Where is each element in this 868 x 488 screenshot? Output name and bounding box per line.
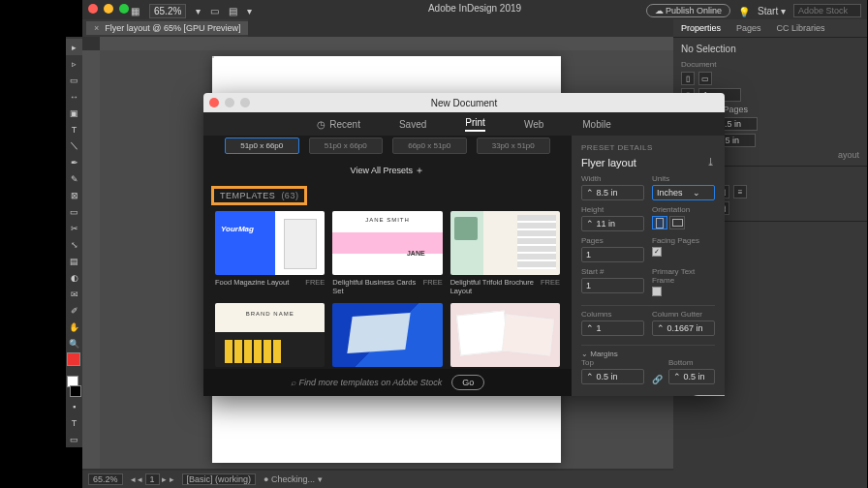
facing-pages-checkbox[interactable] [652,247,662,257]
default-colors-icon[interactable] [66,375,82,398]
template-card[interactable]: Delightful Business Cards SetFREE [332,211,442,295]
note-tool-icon[interactable]: ✉ [66,286,82,302]
help-icon[interactable] [738,2,750,19]
gap-tool-icon[interactable]: ↔ [66,88,82,105]
content-collector-icon[interactable]: ▣ [66,105,82,121]
recent-tab[interactable]: Recent [317,119,360,130]
publish-online-button[interactable]: Publish Online [646,4,731,17]
web-tab[interactable]: Web [524,119,543,130]
gpu-icon[interactable]: ▾ [247,6,252,16]
gradient-feather-tool-icon[interactable]: ◐ [66,269,82,286]
document-tabs: × Flyer layout @ 65% [GPU Preview] [82,19,248,37]
apply-color-icon[interactable]: ▪ [66,398,82,414]
document-tab[interactable]: × Flyer layout @ 65% [GPU Preview] [86,21,248,35]
orientation-landscape-button[interactable] [669,216,685,229]
close-window-icon[interactable] [88,4,98,14]
saved-tab[interactable]: Saved [399,119,426,130]
dialog-footer: Preview Close Create [581,389,715,396]
workspace-switcher[interactable]: Start ▾ [758,6,786,16]
margin-bottom-input[interactable]: ⌃ 0.5 in [668,369,715,384]
status-workspace[interactable]: [Basic] (working) [182,473,257,485]
mobile-tab[interactable]: Mobile [582,119,610,130]
cloud-icon [655,6,664,15]
print-tab[interactable]: Print [465,117,485,132]
create-button-highlight: Create [687,395,725,396]
template-card[interactable] [332,303,442,370]
start-number-input[interactable]: 1 [581,278,644,293]
template-card[interactable]: Delightful Trifold Brochure LayoutFREE [450,211,560,295]
template-card[interactable] [450,303,560,370]
clock-icon [317,119,326,130]
status-errors[interactable]: ● Checking... ▾ [264,474,322,484]
orientation-landscape-icon[interactable]: ▭ [698,72,712,85]
minimize-window-icon[interactable] [104,4,113,14]
tools-panel: ▸ ▹ ▭ ↔ ▣ T ＼ ✒ ✎ ⊠ ▭ ✂ ⤡ ▤ ◐ ✉ ✐ ✋ 🔍 ▪ … [66,37,82,447]
columns-input[interactable]: ⌃ 1 [581,320,644,336]
preset-chip[interactable]: 51p0 x 66p0 [225,137,299,154]
start-number-label: Start # [581,267,644,276]
save-preset-icon[interactable]: ⤓ [706,156,715,168]
type-tool-icon[interactable]: T [66,121,82,137]
app-header-right: Publish Online Start ▾ [646,2,861,19]
search-stock-input[interactable] [793,4,861,17]
vertical-ruler [82,50,100,469]
gutter-input[interactable]: ⌃ 0.1667 in [652,320,715,336]
dialog-close-icon[interactable] [209,98,219,107]
template-thumbnail [450,211,560,275]
preset-chip[interactable]: 33p0 x 51p0 [477,137,551,154]
zoom-tool-icon[interactable]: 🔍 [66,335,82,351]
letter-preset-icon[interactable]: ▯ [681,72,695,85]
height-input[interactable]: ⌃ 11 in [581,216,644,231]
facing-pages-label: Facing Pages [652,236,715,245]
view-all-presets-button[interactable]: View All Presets ＋ [203,160,572,185]
scissors-tool-icon[interactable]: ✂ [66,220,82,236]
template-card[interactable]: Food Magazine LayoutFREE [215,211,325,295]
pen-tool-icon[interactable]: ✒ [66,154,82,170]
fill-stroke-swatch[interactable] [66,351,82,375]
gradient-swatch-tool-icon[interactable]: ▤ [66,253,82,269]
window-controls [88,4,129,14]
rectangle-frame-tool-icon[interactable]: ⊠ [66,187,82,203]
dialog-templates-pane: 51p0 x 66p0 51p0 x 66p0 66p0 x 51p0 33p0… [203,136,572,396]
template-thumbnail [215,303,325,367]
units-select[interactable]: Inches ⌄ [652,185,715,200]
screen-mode-tool-icon[interactable]: ▭ [66,431,82,447]
close-tab-icon[interactable]: × [94,23,99,33]
status-zoom[interactable]: 65.2% [88,473,123,485]
cc-libraries-tab[interactable]: CC Libraries [769,19,833,37]
arrange-icon[interactable]: ▤ [229,6,237,16]
margin-top-input[interactable]: ⌃ 0.5 in [581,369,644,384]
screen-mode-icon[interactable]: ▭ [210,6,219,16]
pages-input[interactable]: 1 [581,247,644,262]
bridge-icon[interactable]: ▦ [131,6,140,16]
pages-tab[interactable]: Pages [728,19,769,37]
pencil-tool-icon[interactable]: ✎ [66,170,82,187]
width-input[interactable]: ⌃ 8.5 in [581,185,644,200]
dialog-zoom-icon [240,98,250,107]
rectangle-tool-icon[interactable]: ▭ [66,203,82,220]
free-transform-tool-icon[interactable]: ⤡ [66,236,82,253]
page-tool-icon[interactable]: ▭ [66,72,82,88]
maximize-window-icon[interactable] [119,4,129,14]
margins-disclosure[interactable]: Margins [581,350,715,358]
zoom-select[interactable]: 65.2% [149,4,186,18]
link-margins-icon[interactable]: 🔗 [652,375,663,384]
line-tool-icon[interactable]: ＼ [66,137,82,154]
template-card[interactable] [215,303,325,370]
go-button[interactable]: Go [451,375,484,390]
primary-text-frame-checkbox[interactable] [652,287,662,296]
baseline-icon[interactable]: ≡ [733,185,747,198]
view-options-icon[interactable]: ▾ [196,6,201,16]
selection-tool-icon[interactable]: ▸ [66,39,82,55]
template-price: FREE [305,278,325,287]
status-page-nav[interactable]: ◂ ◂ 1 ▸ ▸ [131,474,174,484]
hand-tool-icon[interactable]: ✋ [66,319,82,335]
preset-chip[interactable]: 66p0 x 51p0 [392,137,467,154]
blank-presets-row: 51p0 x 66p0 51p0 x 66p0 66p0 x 51p0 33p0… [203,136,572,160]
properties-tab[interactable]: Properties [673,19,728,37]
eyedropper-tool-icon[interactable]: ✐ [66,302,82,319]
preset-chip[interactable]: 51p0 x 66p0 [309,137,384,154]
formatting-container-icon[interactable]: T [66,414,82,431]
orientation-portrait-button[interactable] [652,216,667,229]
direct-selection-tool-icon[interactable]: ▹ [66,55,82,72]
